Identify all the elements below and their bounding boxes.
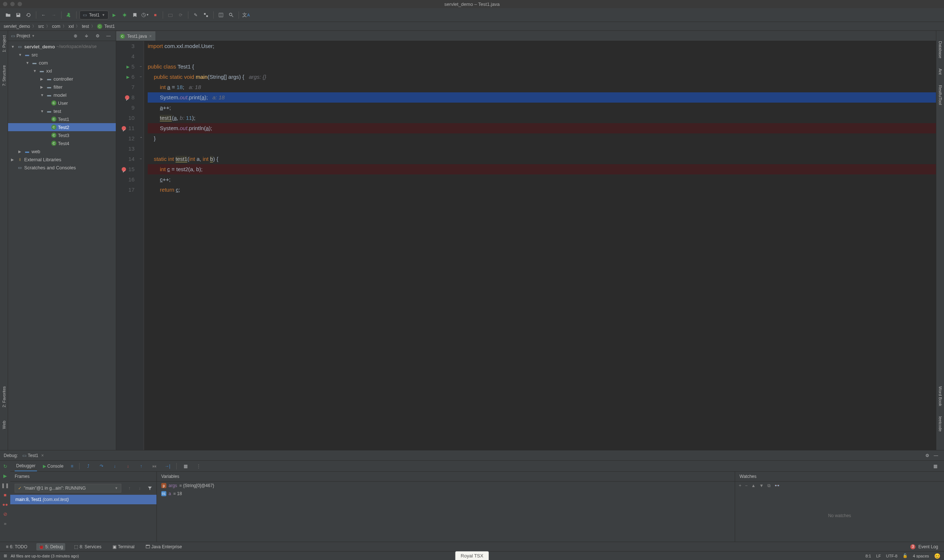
tree-item[interactable]: ▶▬filter	[8, 83, 116, 91]
layout-icon[interactable]: ▦	[931, 462, 939, 471]
profile-icon[interactable]: ▼	[141, 11, 149, 19]
code-line[interactable]: c++;	[148, 174, 936, 185]
locate-icon[interactable]: ⊕	[71, 32, 80, 40]
variable-row[interactable]: 01 a = 18	[157, 490, 735, 498]
tree-item[interactable]: ▶▬web	[8, 147, 116, 155]
javaee-tab[interactable]: 🗔 Java Enterprise	[143, 543, 184, 551]
database-tool-tab[interactable]: Database	[938, 38, 942, 61]
filter-icon[interactable]	[146, 484, 154, 492]
code-line[interactable]: }	[148, 134, 936, 144]
debug-bottom-tab[interactable]: 🐞 5: Debug	[36, 543, 66, 551]
todo-tab[interactable]: ≡ 6: TODO	[4, 543, 30, 551]
run-button[interactable]: ▶	[110, 11, 119, 19]
reload-icon[interactable]	[24, 11, 33, 19]
code-line[interactable]: public class Test1 {	[148, 62, 936, 72]
code-line[interactable]: System.out.println(a);	[148, 123, 936, 134]
stop-button[interactable]: ■	[151, 11, 160, 19]
update-icon[interactable]: ⟳	[176, 11, 185, 19]
code-line[interactable]: a++;	[148, 103, 936, 113]
close-debug-tab-icon[interactable]: ×	[41, 453, 44, 458]
build-icon[interactable]	[65, 11, 73, 19]
project-tree[interactable]: ▼▭ servlet_demo ~/workspace/idea/se ▼▬sr…	[8, 41, 116, 450]
wordbook-tool-tab[interactable]: Word Book	[938, 383, 942, 409]
code-line[interactable]: public static void main(String[] args) {…	[148, 72, 936, 82]
tree-item-extlib[interactable]: ▶⫴External Libraries	[8, 155, 116, 163]
code-line[interactable]	[148, 144, 936, 154]
console-tab[interactable]: ▶ Console	[42, 462, 65, 471]
copy-watch-icon[interactable]: ⧉	[767, 483, 771, 488]
tools-icon[interactable]	[201, 11, 211, 19]
add-watch-icon[interactable]: +	[739, 483, 741, 488]
ant-tool-tab[interactable]: Ant	[938, 66, 942, 78]
encoding[interactable]: UTF-8	[886, 554, 898, 558]
run-line-icon[interactable]: ▶	[126, 62, 129, 72]
next-frame-icon[interactable]: ↓	[135, 484, 144, 492]
remove-watch-icon[interactable]: −	[745, 483, 747, 488]
code-line[interactable]	[148, 51, 936, 62]
code-line[interactable]: int a = 18; a: 18	[148, 82, 936, 92]
tree-item[interactable]: ▶▬controller	[8, 75, 116, 83]
tree-root[interactable]: ▼▭ servlet_demo ~/workspace/idea/se	[8, 43, 116, 51]
breakpoints-icon[interactable]: ●●	[1, 500, 9, 508]
run-to-cursor-icon[interactable]: →|	[163, 462, 172, 471]
tree-item[interactable]: ▼▬test	[8, 107, 116, 115]
breadcrumb-item[interactable]: Test1	[105, 24, 115, 29]
terminal-tab[interactable]: ▣ Terminal	[110, 543, 137, 551]
attach-icon[interactable]	[166, 11, 175, 19]
breadcrumb-item[interactable]: com	[52, 24, 60, 29]
back-icon[interactable]: ←	[39, 11, 48, 19]
save-icon[interactable]	[14, 11, 23, 19]
thread-selector[interactable]: ✓ "main"@1 in g...ain": RUNNING ▼	[15, 484, 121, 492]
gear-icon[interactable]: ⚙	[93, 32, 102, 40]
cursor-position[interactable]: 8:1	[866, 554, 871, 558]
show-exec-point-icon[interactable]: ⤴	[84, 462, 93, 471]
resume-icon[interactable]: ▶	[1, 472, 9, 480]
rerun-icon[interactable]: ↻	[1, 462, 9, 470]
tree-item[interactable]: CTest3	[8, 131, 116, 139]
coverage-icon[interactable]	[131, 11, 139, 19]
tree-item[interactable]: ▼▬com	[8, 58, 116, 67]
tree-item[interactable]: CUser	[8, 99, 116, 107]
mute-bp-icon[interactable]: ⊘	[1, 510, 9, 518]
more-icon[interactable]: »	[1, 519, 9, 528]
step-over-icon[interactable]: ↷	[97, 462, 106, 471]
line-ending[interactable]: LF	[876, 554, 881, 558]
close-window-button[interactable]	[3, 2, 7, 6]
step-into-icon[interactable]: ↓	[110, 462, 119, 471]
close-tab-icon[interactable]: ×	[149, 34, 152, 39]
glasses-icon[interactable]: 👓	[774, 483, 780, 488]
tree-item[interactable]: ▼▬src	[8, 51, 116, 58]
watch-down-icon[interactable]: ▼	[759, 483, 764, 488]
project-structure-icon[interactable]	[217, 11, 225, 19]
run-line-icon[interactable]: ▶	[126, 72, 129, 82]
evaluate-icon[interactable]: ▦	[181, 462, 190, 471]
tree-item-scratches[interactable]: ▭Scratches and Consoles	[8, 163, 116, 172]
tree-item[interactable]: ▼▬xxl	[8, 67, 116, 75]
indent[interactable]: 4 spaces	[913, 554, 929, 558]
minimize-panel-icon[interactable]: —	[104, 32, 113, 40]
forward-icon[interactable]: →	[49, 11, 58, 19]
structure-tool-tab[interactable]: 7: Structure	[2, 62, 6, 89]
tree-item[interactable]: ▼▬model	[8, 91, 116, 99]
favorites-tool-tab[interactable]: 2: Favorites	[2, 383, 6, 410]
code-line[interactable]: return c;	[148, 185, 936, 195]
code-line[interactable]: int c = test2(a, b);	[148, 164, 936, 174]
inspection-icon[interactable]: 😊	[934, 553, 940, 559]
open-icon[interactable]	[4, 11, 12, 19]
project-tool-tab[interactable]: 1: Project	[2, 32, 6, 55]
stop-debug-icon[interactable]: ■	[1, 491, 9, 499]
breadcrumb-item[interactable]: test	[82, 24, 89, 29]
prev-frame-icon[interactable]: ↑	[125, 484, 134, 492]
translate-icon[interactable]: 文A	[242, 11, 251, 19]
gear-icon[interactable]: ⚙	[923, 451, 932, 460]
code-editor[interactable]: 34▶5▶67891011121314151617 −−⌃− import co…	[116, 41, 936, 450]
tree-item-selected[interactable]: CTest2	[8, 123, 116, 131]
breakpoint-icon[interactable]	[121, 167, 126, 172]
readonly-icon[interactable]: 🔓	[902, 554, 908, 558]
breakpoint-icon[interactable]	[121, 126, 126, 131]
tool-windows-icon[interactable]: ⊞	[4, 554, 7, 558]
app-popup[interactable]: Royal TSX	[455, 551, 489, 560]
breadcrumb-item[interactable]: xxl	[69, 24, 74, 29]
restful-tool-tab[interactable]: RestfulTool	[938, 82, 942, 108]
code-line[interactable]: import com.xxl.model.User;	[148, 41, 936, 51]
